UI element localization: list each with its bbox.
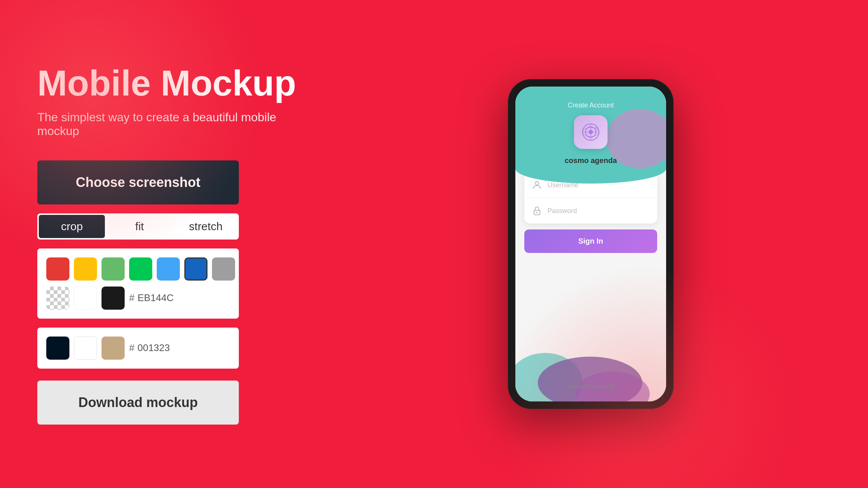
create-account-text: Create Account (568, 101, 613, 109)
phone-screen: Create Account cosmo age (515, 87, 666, 401)
hash-symbol-2: # (129, 342, 134, 354)
color-row-3: # (46, 337, 230, 360)
swatch-dark-navy[interactable] (46, 337, 69, 360)
swatch-light-green[interactable] (102, 257, 125, 281)
screen-content: Create Account cosmo age (515, 87, 666, 401)
mode-crop-button[interactable]: crop (39, 215, 105, 238)
download-mockup-button[interactable]: Download mockup (37, 381, 239, 425)
swatch-red[interactable] (46, 257, 69, 281)
screen-bottom-waves (515, 327, 666, 401)
svg-point-9 (536, 212, 538, 213)
mode-stretch-button[interactable]: stretch (173, 213, 239, 240)
phone-mockup: Create Account cosmo age (509, 80, 673, 408)
hash-symbol-1: # (129, 292, 134, 304)
app-logo-area: Create Account cosmo age (515, 87, 666, 165)
lock-icon (532, 206, 542, 216)
swatch-white[interactable] (74, 287, 97, 310)
swatch-black[interactable] (102, 287, 125, 310)
left-panel: Mobile Mockup The simplest way to create… (0, 34, 336, 454)
color-panel-2: # (37, 328, 239, 369)
password-placeholder: Password (547, 207, 577, 215)
app-subtitle: The simplest way to create a beautiful m… (37, 110, 299, 138)
forgot-password-link[interactable]: Forgot Password (515, 384, 666, 390)
swatch-white-2[interactable] (74, 337, 97, 360)
color-hex-input-2[interactable] (137, 342, 182, 354)
swatch-green[interactable] (129, 257, 152, 281)
sign-in-button[interactable]: Sign In (524, 229, 657, 253)
color-row-2: # (46, 287, 230, 310)
swatch-blue[interactable] (184, 257, 207, 281)
app-icon (574, 115, 608, 149)
mode-fit-button[interactable]: fit (106, 213, 172, 240)
color-panel-1: # (37, 248, 239, 319)
color-hex-row-2: # (129, 342, 230, 354)
swatch-tan[interactable] (102, 337, 125, 360)
swatch-transparent[interactable] (46, 287, 69, 310)
password-field[interactable]: Password (524, 198, 657, 223)
color-hex-row: # (129, 292, 230, 304)
color-row-1 (46, 257, 230, 281)
app-title: Mobile Mockup (37, 63, 299, 103)
color-hex-input-1[interactable] (137, 292, 182, 304)
mode-selector: crop fit stretch (37, 213, 239, 240)
swatch-light-blue[interactable] (157, 257, 180, 281)
swatch-gray[interactable] (212, 257, 235, 281)
right-panel: Create Account cosmo age (336, 80, 868, 408)
choose-screenshot-button[interactable]: Choose screenshot (37, 160, 239, 204)
app-name-label: cosmo agenda (565, 156, 617, 165)
app-logo-icon (580, 121, 602, 143)
swatch-orange[interactable] (74, 257, 97, 281)
svg-point-6 (594, 127, 597, 130)
